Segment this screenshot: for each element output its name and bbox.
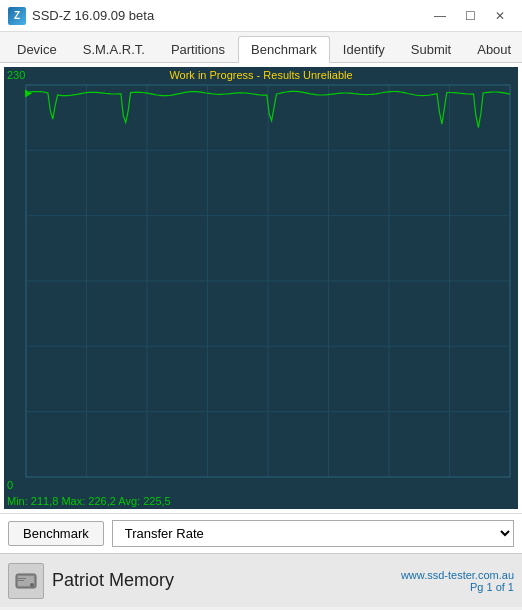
window-title: SSD-Z 16.09.09 beta [32,8,426,23]
tab-smart[interactable]: S.M.A.R.T. [70,36,158,62]
maximize-button[interactable]: ☐ [456,5,484,27]
svg-rect-23 [18,580,24,581]
svg-rect-22 [18,578,26,579]
tab-submit[interactable]: Submit [398,36,464,62]
chart-ymin-label: 0 [7,479,13,491]
hdd-icon [14,569,38,593]
tab-device[interactable]: Device [4,36,70,62]
tab-benchmark[interactable]: Benchmark [238,36,330,63]
close-button[interactable]: ✕ [486,5,514,27]
app-icon: Z [8,7,26,25]
tab-identify[interactable]: Identify [330,36,398,62]
window-controls: — ☐ ✕ [426,5,514,27]
statusbar: Patriot Memory www.ssd-tester.com.au Pg … [0,553,522,607]
tab-partitions[interactable]: Partitions [158,36,238,62]
chart-stats-label: Min: 211,8 Max: 226,2 Avg: 225,5 [7,495,171,507]
website-label: www.ssd-tester.com.au Pg 1 of 1 [401,569,514,593]
svg-rect-0 [4,67,518,509]
benchmark-button[interactable]: Benchmark [8,521,104,546]
drive-name: Patriot Memory [52,570,393,591]
benchmark-controls: Benchmark Transfer Rate Random Read Rand… [0,513,522,553]
main-content: 230 Work in Progress - Results Unreliabl… [0,63,522,553]
benchmark-chart: 230 Work in Progress - Results Unreliabl… [4,67,518,509]
titlebar: Z SSD-Z 16.09.09 beta — ☐ ✕ [0,0,522,32]
tabbar: Device S.M.A.R.T. Partitions Benchmark I… [0,32,522,63]
tab-about[interactable]: About [464,36,522,62]
chart-title-label: Work in Progress - Results Unreliable [4,69,518,81]
drive-icon [8,563,44,599]
svg-point-21 [30,583,34,587]
minimize-button[interactable]: — [426,5,454,27]
chart-grid-svg [4,67,518,509]
transfer-type-dropdown[interactable]: Transfer Rate Random Read Random Write S… [112,520,514,547]
